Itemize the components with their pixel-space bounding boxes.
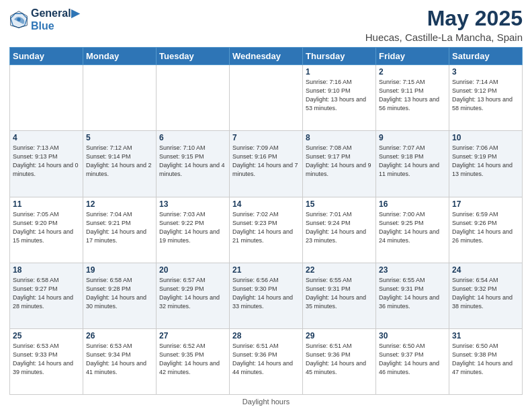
calendar-cell: 7Sunrise: 7:09 AM Sunset: 9:16 PM Daylig… [230,131,303,197]
day-info: Sunrise: 7:00 AM Sunset: 9:25 PM Dayligh… [379,210,446,245]
calendar-cell: 30Sunrise: 6:50 AM Sunset: 9:37 PM Dayli… [376,328,449,394]
day-info: Sunrise: 7:09 AM Sunset: 9:16 PM Dayligh… [232,144,300,179]
day-number: 3 [452,67,519,77]
day-number: 7 [232,133,300,142]
day-info: Sunrise: 7:07 AM Sunset: 9:18 PM Dayligh… [379,144,446,179]
calendar-day-header: Thursday [303,48,376,65]
day-number: 14 [232,199,300,209]
footer: Daylight hours [9,398,523,406]
calendar-cell: 26Sunrise: 6:53 AM Sunset: 9:34 PM Dayli… [83,328,157,394]
calendar-cell: 18Sunrise: 6:58 AM Sunset: 9:27 PM Dayli… [10,263,83,328]
day-info: Sunrise: 6:56 AM Sunset: 9:30 PM Dayligh… [232,276,300,311]
day-number: 6 [159,133,226,142]
day-number: 26 [86,331,153,340]
calendar-cell: 17Sunrise: 6:59 AM Sunset: 9:26 PM Dayli… [449,197,523,263]
day-info: Sunrise: 7:02 AM Sunset: 9:23 PM Dayligh… [232,210,300,245]
day-info: Sunrise: 6:59 AM Sunset: 9:26 PM Dayligh… [452,210,519,245]
day-info: Sunrise: 6:50 AM Sunset: 9:37 PM Dayligh… [379,342,446,377]
calendar-cell: 21Sunrise: 6:56 AM Sunset: 9:30 PM Dayli… [230,263,303,328]
logo-text: General▶ Blue [31,7,79,32]
calendar-week-row: 18Sunrise: 6:58 AM Sunset: 9:27 PM Dayli… [10,263,523,328]
calendar-cell: 19Sunrise: 6:58 AM Sunset: 9:28 PM Dayli… [83,263,157,328]
calendar-week-row: 4Sunrise: 7:13 AM Sunset: 9:13 PM Daylig… [10,131,523,197]
calendar-cell: 27Sunrise: 6:52 AM Sunset: 9:35 PM Dayli… [157,328,230,394]
calendar-week-row: 11Sunrise: 7:05 AM Sunset: 9:20 PM Dayli… [10,197,523,263]
calendar-cell: 22Sunrise: 6:55 AM Sunset: 9:31 PM Dayli… [303,263,376,328]
calendar-cell [83,65,157,131]
day-number: 31 [452,331,519,340]
calendar-cell: 4Sunrise: 7:13 AM Sunset: 9:13 PM Daylig… [10,131,83,197]
calendar-cell: 31Sunrise: 6:50 AM Sunset: 9:38 PM Dayli… [449,328,523,394]
day-info: Sunrise: 6:54 AM Sunset: 9:32 PM Dayligh… [452,276,519,311]
day-number: 4 [13,133,80,142]
day-number: 11 [13,199,80,209]
day-info: Sunrise: 7:13 AM Sunset: 9:13 PM Dayligh… [13,144,80,179]
day-number: 20 [159,265,226,275]
calendar-cell: 2Sunrise: 7:15 AM Sunset: 9:11 PM Daylig… [376,65,449,131]
day-info: Sunrise: 6:58 AM Sunset: 9:27 PM Dayligh… [13,276,80,311]
day-number: 18 [13,265,80,275]
day-number: 9 [379,133,446,142]
calendar-cell: 11Sunrise: 7:05 AM Sunset: 9:20 PM Dayli… [10,197,83,263]
day-number: 12 [86,199,153,209]
calendar-day-header: Saturday [449,48,523,65]
day-number: 25 [13,331,80,340]
day-info: Sunrise: 6:52 AM Sunset: 9:35 PM Dayligh… [159,342,226,377]
logo: General▶ Blue [9,7,79,32]
calendar-cell: 8Sunrise: 7:08 AM Sunset: 9:17 PM Daylig… [303,131,376,197]
calendar-day-header: Monday [83,48,157,65]
calendar-week-row: 25Sunrise: 6:53 AM Sunset: 9:33 PM Dayli… [10,328,523,394]
day-info: Sunrise: 7:05 AM Sunset: 9:20 PM Dayligh… [13,210,80,245]
main-title: May 2025 [365,7,523,30]
calendar-cell: 1Sunrise: 7:16 AM Sunset: 9:10 PM Daylig… [303,65,376,131]
day-number: 10 [452,133,519,142]
day-number: 19 [86,265,153,275]
day-number: 2 [379,67,446,77]
calendar-cell: 25Sunrise: 6:53 AM Sunset: 9:33 PM Dayli… [10,328,83,394]
calendar-cell: 14Sunrise: 7:02 AM Sunset: 9:23 PM Dayli… [230,197,303,263]
day-info: Sunrise: 6:50 AM Sunset: 9:38 PM Dayligh… [452,342,519,377]
day-number: 17 [452,199,519,209]
calendar-cell: 10Sunrise: 7:06 AM Sunset: 9:19 PM Dayli… [449,131,523,197]
day-info: Sunrise: 7:03 AM Sunset: 9:22 PM Dayligh… [159,210,226,245]
day-number: 30 [379,331,446,340]
header: General▶ Blue May 2025 Huecas, Castille-… [9,7,523,43]
calendar-cell: 12Sunrise: 7:04 AM Sunset: 9:21 PM Dayli… [83,197,157,263]
footer-label: Daylight hours [242,398,290,406]
day-info: Sunrise: 7:12 AM Sunset: 9:14 PM Dayligh… [86,144,153,179]
day-number: 21 [232,265,300,275]
calendar-day-header: Tuesday [157,48,230,65]
calendar-cell: 13Sunrise: 7:03 AM Sunset: 9:22 PM Dayli… [157,197,230,263]
day-info: Sunrise: 6:51 AM Sunset: 9:36 PM Dayligh… [306,342,373,377]
calendar-cell: 20Sunrise: 6:57 AM Sunset: 9:29 PM Dayli… [157,263,230,328]
day-number: 24 [452,265,519,275]
calendar-cell: 23Sunrise: 6:55 AM Sunset: 9:31 PM Dayli… [376,263,449,328]
logo-icon [9,10,28,29]
calendar-cell: 5Sunrise: 7:12 AM Sunset: 9:14 PM Daylig… [83,131,157,197]
day-info: Sunrise: 6:58 AM Sunset: 9:28 PM Dayligh… [86,276,153,311]
calendar-table: SundayMondayTuesdayWednesdayThursdayFrid… [9,47,523,395]
day-number: 1 [306,67,373,77]
day-info: Sunrise: 6:55 AM Sunset: 9:31 PM Dayligh… [379,276,446,311]
day-number: 22 [306,265,373,275]
day-info: Sunrise: 7:04 AM Sunset: 9:21 PM Dayligh… [86,210,153,245]
calendar-cell: 29Sunrise: 6:51 AM Sunset: 9:36 PM Dayli… [303,328,376,394]
day-number: 27 [159,331,226,340]
day-number: 13 [159,199,226,209]
day-info: Sunrise: 7:14 AM Sunset: 9:12 PM Dayligh… [452,78,519,113]
day-info: Sunrise: 7:06 AM Sunset: 9:19 PM Dayligh… [452,144,519,179]
calendar-day-header: Sunday [10,48,83,65]
day-info: Sunrise: 6:53 AM Sunset: 9:34 PM Dayligh… [86,342,153,377]
day-info: Sunrise: 6:57 AM Sunset: 9:29 PM Dayligh… [159,276,226,311]
calendar-day-header: Wednesday [230,48,303,65]
svg-point-3 [17,18,20,21]
day-info: Sunrise: 7:08 AM Sunset: 9:17 PM Dayligh… [306,144,373,179]
day-info: Sunrise: 7:15 AM Sunset: 9:11 PM Dayligh… [379,78,446,113]
calendar-cell: 28Sunrise: 6:51 AM Sunset: 9:36 PM Dayli… [230,328,303,394]
calendar-cell: 15Sunrise: 7:01 AM Sunset: 9:24 PM Dayli… [303,197,376,263]
day-info: Sunrise: 7:16 AM Sunset: 9:10 PM Dayligh… [306,78,373,113]
day-number: 29 [306,331,373,340]
calendar-cell [10,65,83,131]
day-number: 15 [306,199,373,209]
day-number: 8 [306,133,373,142]
